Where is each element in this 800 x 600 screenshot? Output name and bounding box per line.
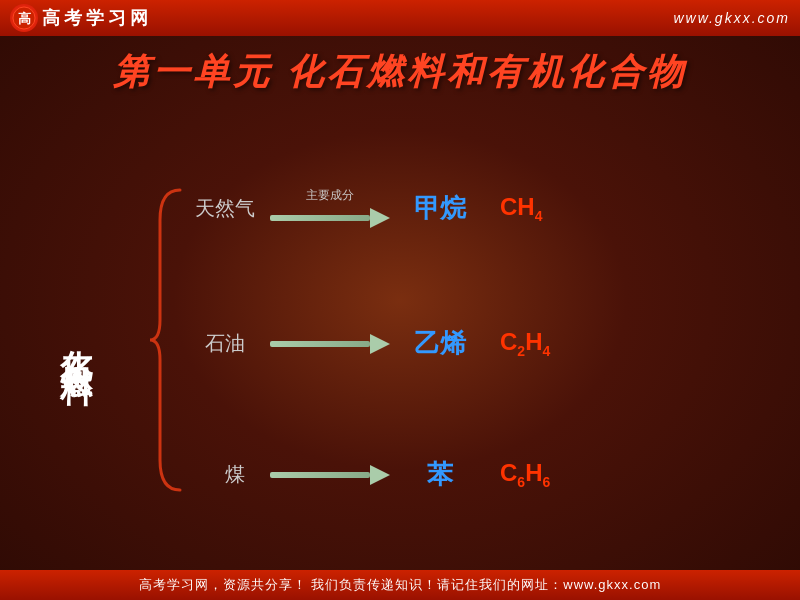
brace-container	[145, 129, 185, 550]
formula-1: CH4	[500, 193, 542, 224]
title-bar: 第一单元 化石燃料和有机化合物	[0, 36, 800, 109]
svg-marker-7	[370, 465, 390, 485]
fuel-row-3: 煤 苯 C6H6	[190, 457, 780, 492]
svg-rect-6	[270, 472, 370, 478]
svg-rect-4	[270, 341, 370, 347]
main-title: 第一单元 化石燃料和有机化合物	[20, 48, 780, 97]
formula-3: C6H6	[500, 459, 550, 490]
logo-icon: 高	[10, 4, 38, 32]
svg-marker-3	[370, 208, 390, 228]
content-area: 化石燃料 天然气 主要成分	[0, 109, 800, 570]
arrow-label-1: 主要成分	[306, 187, 354, 204]
rows-container: 天然气 主要成分 甲烷 CH4	[190, 109, 780, 570]
svg-text:高: 高	[18, 11, 31, 26]
compound-2: 乙烯	[400, 326, 480, 361]
source-1: 天然气	[190, 195, 260, 222]
page-wrapper: 高 高考学习网 www.gkxx.com 第一单元 化石燃料和有机化合物 化石燃…	[0, 0, 800, 600]
svg-marker-5	[370, 334, 390, 354]
header-url: www.gkxx.com	[673, 10, 790, 26]
site-name: 高考学习网	[42, 6, 152, 30]
logo-area: 高 高考学习网	[10, 4, 152, 32]
fuel-row-1: 天然气 主要成分 甲烷 CH4	[190, 187, 780, 230]
compound-1: 甲烷	[400, 191, 480, 226]
fossil-fuel-label: 化石燃料	[60, 324, 92, 356]
formula-2: C2H4	[500, 328, 550, 359]
top-bar: 高 高考学习网 www.gkxx.com	[0, 0, 800, 36]
svg-rect-2	[270, 215, 370, 221]
compound-3: 苯	[400, 457, 480, 492]
arrow-container-3	[270, 463, 390, 487]
source-2: 石油	[190, 330, 260, 357]
bottom-bar: 高考学习网，资源共分享！ 我们负责传递知识！请记住我们的网址：www.gkxx.…	[0, 570, 800, 600]
fuel-row-2: 石油 乙烯 C2H4	[190, 326, 780, 361]
arrow-container-1: 主要成分	[270, 187, 390, 230]
arrow-container-2	[270, 332, 390, 356]
footer-text: 高考学习网，资源共分享！ 我们负责传递知识！请记住我们的网址：www.gkxx.…	[139, 576, 662, 594]
source-3: 煤	[190, 461, 260, 488]
